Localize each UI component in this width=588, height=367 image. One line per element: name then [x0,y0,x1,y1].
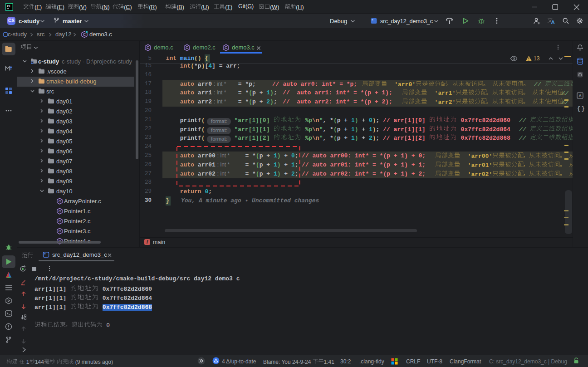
svg-text:CL: CL [7,4,11,8]
svg-text:C: C [59,229,61,233]
svg-text:C: C [59,199,61,203]
svg-text:C: C [186,45,188,50]
svg-text:C: C [59,219,61,223]
svg-text:C: C [83,32,86,37]
svg-text:A: A [578,93,581,98]
svg-text:C: C [59,209,61,213]
svg-text:C: C [225,45,227,50]
svg-text:C: C [147,45,149,50]
